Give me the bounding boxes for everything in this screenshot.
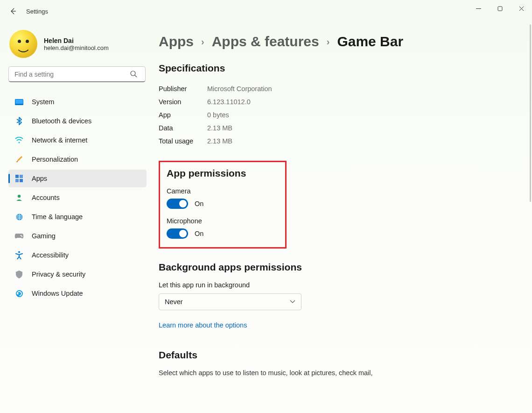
svg-rect-6 bbox=[20, 175, 23, 178]
close-icon bbox=[519, 6, 524, 11]
breadcrumb-current: Game Bar bbox=[337, 34, 403, 50]
nav-gaming[interactable]: Gaming bbox=[8, 227, 147, 245]
globe-clock-icon bbox=[14, 213, 24, 221]
svg-rect-8 bbox=[20, 179, 23, 182]
camera-toggle-state: On bbox=[195, 200, 203, 207]
permission-camera: Camera On bbox=[167, 187, 279, 209]
update-icon bbox=[14, 290, 24, 298]
bluetooth-icon bbox=[14, 117, 24, 125]
background-run-label: Let this app run in background bbox=[159, 281, 513, 289]
maximize-icon bbox=[497, 6, 503, 11]
close-button[interactable] bbox=[511, 0, 532, 17]
main-content: Apps › Apps & features › Game Bar Specif… bbox=[149, 22, 532, 413]
window-controls bbox=[468, 0, 532, 17]
specifications-table: PublisherMicrosoft Corporation Version6.… bbox=[159, 82, 513, 148]
avatar bbox=[9, 30, 37, 58]
spec-row: Data2.13 MB bbox=[159, 121, 513, 135]
microphone-label: Microphone bbox=[167, 217, 279, 225]
person-icon bbox=[14, 194, 24, 201]
nav-personalization[interactable]: Personalization bbox=[8, 150, 147, 168]
nav-system[interactable]: System bbox=[8, 93, 147, 111]
user-email: helen.dai@minitool.com bbox=[44, 44, 109, 51]
system-icon bbox=[14, 99, 24, 105]
sidebar: Helen Dai helen.dai@minitool.com System … bbox=[0, 22, 149, 413]
scrollbar[interactable] bbox=[530, 24, 531, 202]
background-select[interactable]: Never bbox=[159, 293, 301, 310]
user-name: Helen Dai bbox=[44, 37, 109, 44]
nav-accessibility[interactable]: Accessibility bbox=[8, 246, 147, 264]
defaults-heading: Defaults bbox=[159, 349, 513, 361]
apps-icon bbox=[14, 175, 24, 182]
spec-row: Total usage2.13 MB bbox=[159, 135, 513, 148]
nav-time-language[interactable]: Time & language bbox=[8, 208, 147, 226]
paintbrush-icon bbox=[14, 155, 24, 164]
svg-rect-0 bbox=[498, 7, 502, 11]
camera-toggle[interactable] bbox=[167, 199, 188, 209]
nav-windows-update[interactable]: Windows Update bbox=[8, 285, 147, 302]
nav-network[interactable]: Network & internet bbox=[8, 131, 147, 149]
nav-privacy[interactable]: Privacy & security bbox=[8, 265, 147, 283]
back-button[interactable] bbox=[6, 4, 21, 19]
specifications-heading: Specifications bbox=[159, 63, 513, 74]
svg-point-13 bbox=[18, 251, 20, 253]
background-select-value: Never bbox=[165, 298, 183, 306]
svg-rect-7 bbox=[15, 179, 19, 182]
shield-icon bbox=[14, 271, 24, 278]
svg-point-9 bbox=[18, 195, 21, 198]
title-bar: Settings bbox=[0, 0, 532, 22]
svg-point-4 bbox=[18, 142, 20, 143]
breadcrumb: Apps › Apps & features › Game Bar bbox=[159, 34, 513, 50]
app-permissions-heading: App permissions bbox=[167, 168, 279, 179]
breadcrumb-apps[interactable]: Apps bbox=[159, 34, 194, 50]
permission-microphone: Microphone On bbox=[167, 217, 279, 239]
chevron-down-icon bbox=[290, 300, 295, 304]
svg-rect-5 bbox=[15, 175, 19, 178]
spec-row: App0 bytes bbox=[159, 108, 513, 121]
spec-row: PublisherMicrosoft Corporation bbox=[159, 82, 513, 95]
microphone-toggle-state: On bbox=[195, 230, 203, 237]
background-permissions-heading: Background apps permissions bbox=[159, 262, 513, 273]
camera-label: Camera bbox=[167, 187, 279, 195]
nav-accounts[interactable]: Accounts bbox=[8, 189, 147, 206]
app-permissions-highlight: App permissions Camera On Microphone On bbox=[159, 161, 287, 249]
defaults-description: Select which apps to use to listen to mu… bbox=[159, 369, 513, 377]
gamepad-icon bbox=[14, 233, 24, 239]
user-profile[interactable]: Helen Dai helen.dai@minitool.com bbox=[8, 27, 147, 66]
accessibility-icon bbox=[14, 251, 24, 259]
minimize-icon bbox=[476, 6, 481, 11]
svg-point-11 bbox=[21, 235, 21, 235]
nav-list: System Bluetooth & devices Network & int… bbox=[8, 92, 147, 304]
svg-point-12 bbox=[21, 235, 22, 236]
maximize-button[interactable] bbox=[489, 0, 511, 17]
nav-apps[interactable]: Apps bbox=[8, 170, 147, 187]
breadcrumb-apps-features[interactable]: Apps & features bbox=[212, 34, 319, 50]
nav-bluetooth[interactable]: Bluetooth & devices bbox=[8, 112, 147, 130]
search-input[interactable] bbox=[8, 66, 146, 82]
search-field[interactable] bbox=[8, 66, 147, 82]
microphone-toggle[interactable] bbox=[167, 228, 188, 239]
minimize-button[interactable] bbox=[468, 0, 489, 17]
chevron-right-icon: › bbox=[327, 36, 330, 47]
learn-more-link[interactable]: Learn more about the options bbox=[159, 321, 247, 329]
chevron-right-icon: › bbox=[201, 36, 204, 47]
spec-row: Version6.123.11012.0 bbox=[159, 95, 513, 108]
wifi-icon bbox=[14, 137, 24, 143]
arrow-left-icon bbox=[9, 7, 17, 15]
svg-rect-3 bbox=[15, 100, 23, 104]
window-title: Settings bbox=[26, 8, 48, 15]
